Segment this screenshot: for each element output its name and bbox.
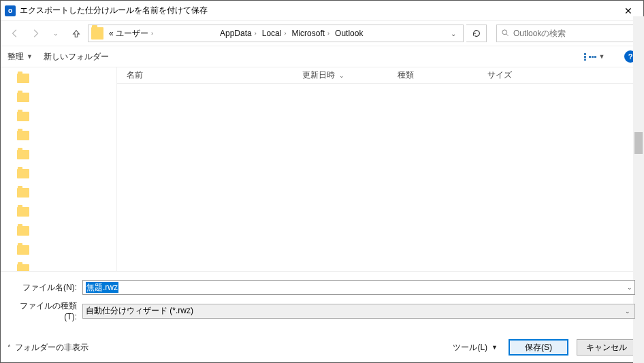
tree-folder-item[interactable] (1, 183, 116, 202)
breadcrumb-segment[interactable]: Outlook (332, 29, 366, 38)
sort-indicator-icon: ⌄ (339, 72, 344, 79)
up-button[interactable] (67, 25, 85, 42)
navigation-bar: ⌄ « ユーザー› AppData› Local› Microsoft› Out… (1, 21, 643, 46)
column-size[interactable]: サイズ (478, 69, 546, 81)
search-input[interactable] (513, 29, 633, 38)
folder-icon (17, 169, 29, 178)
column-type[interactable]: 種類 (388, 69, 478, 81)
folder-icon (17, 226, 29, 236)
filetype-caret-icon: ⌄ (625, 308, 630, 315)
folder-icon (17, 74, 29, 83)
breadcrumb-dropdown-icon[interactable]: ⌄ (447, 30, 460, 37)
main-area: 名前 更新日時⌄ 種類 サイズ (1, 67, 643, 272)
breadcrumb-segment[interactable]: AppData› (217, 29, 259, 38)
folder-icon (17, 93, 29, 102)
breadcrumb-prefix[interactable]: « ユーザー› (106, 28, 156, 40)
folder-icon (17, 112, 29, 121)
search-icon (501, 29, 509, 39)
folder-tree-pane[interactable] (1, 67, 116, 271)
breadcrumb-segment[interactable]: Local› (259, 29, 289, 38)
folder-icon (17, 188, 29, 198)
hide-folders-toggle[interactable]: ˄ フォルダーの非表示 (7, 342, 88, 353)
title-bar: o エクスポートした仕分けルールを名前を付けて保存 ✕ (1, 1, 643, 21)
dialog-footer: ˄ フォルダーの非表示 ツール(L)▼ 保存(S) キャンセル (1, 332, 643, 362)
folder-icon (91, 27, 103, 40)
app-icon: o (5, 5, 16, 16)
save-fields: ファイル名(N): 無題.rwz ⌄ ファイルの種類(T): 自動仕分けウィザー… (1, 272, 643, 332)
tree-folder-item[interactable] (1, 164, 116, 183)
filetype-combobox[interactable]: 自動仕分けウィザード (*.rwz) ⌄ (82, 304, 635, 319)
toolbar: 整理▼ 新しいフォルダー ▼ ? (1, 46, 643, 67)
vertical-scrollbar[interactable] (633, 67, 643, 272)
breadcrumb-bar[interactable]: « ユーザー› AppData› Local› Microsoft› Outlo… (88, 25, 464, 42)
filename-input[interactable] (82, 280, 635, 295)
folder-icon (17, 264, 29, 271)
column-headers: 名前 更新日時⌄ 種類 サイズ (117, 67, 643, 84)
tree-folder-item[interactable] (1, 221, 116, 240)
breadcrumb-segment[interactable]: Microsoft› (289, 29, 332, 38)
tree-folder-item[interactable] (1, 259, 116, 271)
folder-icon (17, 245, 29, 255)
tree-folder-item[interactable] (1, 202, 116, 221)
folder-icon (17, 207, 29, 217)
svg-point-0 (502, 29, 507, 34)
column-date[interactable]: 更新日時⌄ (293, 69, 388, 81)
tree-folder-item[interactable] (1, 88, 116, 107)
tree-folder-item[interactable] (1, 69, 116, 88)
window-title: エクスポートした仕分けルールを名前を付けて保存 (20, 5, 613, 16)
file-list-pane[interactable]: 名前 更新日時⌄ 種類 サイズ (117, 67, 643, 271)
save-button[interactable]: 保存(S) (509, 339, 568, 356)
chevron-up-icon: ˄ (7, 344, 11, 351)
back-button[interactable] (6, 25, 24, 42)
organize-button[interactable]: 整理▼ (7, 51, 33, 63)
folder-icon (17, 150, 29, 159)
scrollbar-thumb[interactable] (634, 132, 643, 154)
search-box[interactable] (496, 25, 638, 42)
tools-dropdown[interactable]: ツール(L)▼ (453, 342, 498, 353)
column-name[interactable]: 名前 (117, 69, 293, 81)
forward-button[interactable] (27, 25, 44, 42)
filetype-value: 自動仕分けウィザード (*.rwz) (86, 305, 193, 317)
tree-folder-item[interactable] (1, 145, 116, 164)
svg-line-1 (506, 33, 509, 35)
tree-folder-item[interactable] (1, 126, 116, 145)
folder-icon (17, 131, 29, 140)
tree-folder-item[interactable] (1, 240, 116, 259)
recent-dropdown[interactable]: ⌄ (47, 25, 65, 42)
cancel-button[interactable]: キャンセル (577, 339, 637, 356)
view-mode-button[interactable]: ▼ (581, 49, 608, 64)
tree-folder-item[interactable] (1, 107, 116, 126)
filename-label: ファイル名(N): (9, 282, 82, 294)
refresh-button[interactable] (466, 25, 487, 42)
filetype-label: ファイルの種類(T): (9, 300, 82, 321)
new-folder-button[interactable]: 新しいフォルダー (44, 51, 109, 63)
